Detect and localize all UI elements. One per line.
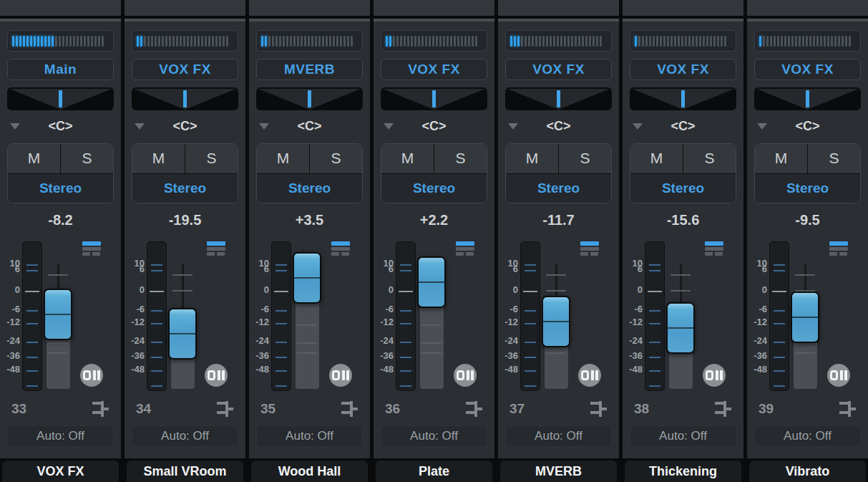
meter-options-icon[interactable] [705, 241, 723, 256]
pan-control[interactable] [505, 87, 612, 110]
pan-value-label[interactable]: <C> [133, 119, 237, 134]
fader-scale-label: -36 [249, 350, 269, 362]
solo-button[interactable]: S [310, 144, 362, 173]
volume-value[interactable]: -9.5 [747, 212, 868, 231]
pan-value-label[interactable]: <C> [9, 119, 112, 134]
pan-control[interactable] [754, 87, 861, 110]
channel-editor-icon[interactable] [838, 400, 857, 418]
dual-pan-icon[interactable] [827, 364, 850, 387]
bus-output-button[interactable]: VOX FX [754, 59, 861, 80]
strip-header-cell [747, 0, 868, 19]
pan-control[interactable] [381, 87, 487, 110]
fader-handle[interactable] [44, 289, 72, 340]
pan-control[interactable] [630, 87, 736, 110]
channel-editor-icon[interactable] [215, 400, 234, 418]
pan-position-indicator[interactable] [432, 90, 436, 107]
channel-name[interactable]: Thickening [625, 461, 741, 482]
mute-button[interactable]: M [132, 144, 185, 173]
pan-value-label[interactable]: <C> [756, 119, 859, 134]
channel-editor-icon[interactable] [464, 400, 483, 418]
mute-button[interactable]: M [8, 144, 60, 173]
automation-mode-button[interactable]: Auto: Off [505, 425, 612, 447]
automation-mode-button[interactable]: Auto: Off [381, 425, 487, 447]
meter-options-icon[interactable] [207, 241, 225, 256]
channel-name[interactable]: MVERB [500, 461, 617, 482]
fader-handle[interactable] [791, 291, 819, 343]
volume-value[interactable]: -8.2 [0, 212, 121, 231]
mute-button[interactable]: M [381, 144, 434, 173]
pan-value-label[interactable]: <C> [507, 119, 610, 134]
fader-handle[interactable] [417, 256, 446, 308]
channel-name[interactable]: Vibrato [749, 461, 866, 482]
dual-pan-icon[interactable] [454, 364, 477, 387]
channel-editor-icon[interactable] [340, 400, 359, 418]
pan-position-indicator[interactable] [59, 90, 62, 107]
solo-button[interactable]: S [808, 144, 860, 173]
volume-value[interactable]: -11.7 [498, 212, 619, 231]
fader-handle[interactable] [293, 252, 321, 304]
solo-button[interactable]: S [61, 144, 113, 173]
mute-button[interactable]: M [755, 144, 807, 173]
pan-value-label[interactable]: <C> [382, 119, 486, 134]
fader-track[interactable] [669, 348, 693, 389]
meter-options-icon[interactable] [82, 241, 101, 256]
meter-options-icon[interactable] [829, 241, 848, 256]
meter-options-icon[interactable] [580, 241, 599, 256]
volume-value[interactable]: +2.2 [374, 212, 494, 231]
solo-button[interactable]: S [434, 144, 487, 173]
bus-output-button[interactable]: VOX FX [381, 59, 487, 80]
meter-options-icon[interactable] [331, 241, 350, 256]
dual-pan-icon[interactable] [703, 364, 726, 387]
automation-mode-button[interactable]: Auto: Off [754, 425, 861, 447]
dual-pan-icon[interactable] [80, 364, 103, 387]
automation-mode-button[interactable]: Auto: Off [132, 425, 238, 447]
volume-value[interactable]: -15.6 [623, 212, 743, 231]
fader-handle[interactable] [542, 296, 570, 347]
meter-segment [393, 36, 395, 47]
dual-pan-icon[interactable] [578, 364, 601, 387]
mute-button[interactable]: M [506, 144, 558, 173]
pan-control[interactable] [7, 87, 114, 110]
volume-value[interactable]: +3.5 [249, 212, 370, 231]
meter-segment [183, 36, 185, 47]
pan-position-indicator[interactable] [806, 90, 809, 107]
channel-name[interactable]: Wood Hall [251, 461, 368, 482]
solo-button[interactable]: S [559, 144, 611, 173]
pan-control[interactable] [256, 87, 363, 110]
pan-control[interactable] [132, 87, 238, 110]
channel-name[interactable]: Small VRoom [127, 461, 243, 482]
mute-button[interactable]: M [630, 144, 683, 173]
bus-output-button[interactable]: MVERB [256, 59, 363, 80]
bus-output-button[interactable]: Main [7, 59, 114, 80]
fader-handle[interactable] [666, 302, 695, 354]
solo-button[interactable]: S [185, 144, 238, 173]
channel-name[interactable]: Plate [376, 461, 492, 482]
solo-button[interactable]: S [683, 144, 736, 173]
fader-track[interactable] [420, 302, 444, 389]
automation-mode-button[interactable]: Auto: Off [256, 425, 363, 447]
pan-value-label[interactable]: <C> [631, 119, 735, 134]
fader-track[interactable] [794, 337, 817, 389]
bus-output-button[interactable]: VOX FX [505, 59, 612, 80]
automation-mode-button[interactable]: Auto: Off [630, 425, 736, 447]
pan-position-indicator[interactable] [308, 90, 311, 107]
dual-pan-icon[interactable] [329, 364, 352, 387]
volume-value[interactable]: -19.5 [125, 212, 245, 231]
pan-position-indicator[interactable] [557, 90, 560, 107]
dual-pan-icon[interactable] [205, 364, 228, 387]
mute-button[interactable]: M [257, 144, 309, 173]
channel-editor-icon[interactable] [589, 400, 608, 418]
bus-output-button[interactable]: VOX FX [132, 59, 238, 80]
automation-mode-button[interactable]: Auto: Off [7, 425, 114, 447]
channel-name[interactable]: VOX FX [2, 461, 119, 482]
pan-value-label[interactable]: <C> [258, 119, 361, 134]
fader-track[interactable] [545, 342, 568, 389]
pan-position-indicator[interactable] [681, 90, 685, 107]
pan-position-indicator[interactable] [183, 90, 187, 107]
channel-editor-icon[interactable] [713, 400, 732, 418]
bus-output-button[interactable]: VOX FX [630, 59, 736, 80]
meter-segment [155, 36, 157, 47]
fader-handle[interactable] [168, 308, 197, 360]
meter-options-icon[interactable] [456, 241, 474, 256]
channel-editor-icon[interactable] [91, 400, 109, 418]
